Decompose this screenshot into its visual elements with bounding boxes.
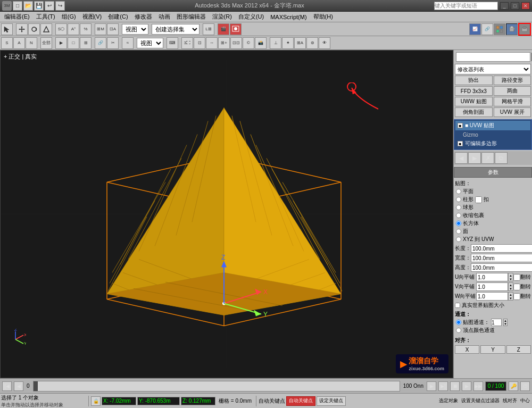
normal-align-btn[interactable]: ⊥	[270, 37, 281, 49]
uvw-unwrap-btn[interactable]: UVW 展开	[494, 107, 531, 117]
modifier-editable-poly[interactable]: ■ 可编辑多边形	[455, 139, 530, 148]
align-z-btn[interactable]: Z	[506, 345, 531, 354]
w-flip-checkbox[interactable]	[513, 293, 520, 300]
save-btn[interactable]: 💾	[34, 1, 44, 11]
select-tool-btn[interactable]	[1, 23, 13, 35]
align-view-btn[interactable]: ⊞A	[294, 37, 306, 49]
cap-checkbox[interactable]	[475, 196, 482, 203]
rotate-tool-btn[interactable]	[28, 23, 40, 35]
u-flip-checkbox[interactable]	[513, 274, 520, 281]
menu-view[interactable]: 视图(V)	[79, 12, 105, 22]
x-coord-field[interactable]	[102, 397, 136, 405]
object-name-input[interactable]: Pyramid001	[456, 52, 530, 62]
modifier-list-dropdown[interactable]: 修改器列表	[455, 64, 531, 74]
uvw-map-btn[interactable]: UWW 贴图	[455, 97, 493, 106]
maximize-button[interactable]: □	[511, 2, 519, 10]
search-input[interactable]	[434, 2, 498, 10]
menu-modifiers[interactable]: 修改器	[131, 12, 155, 22]
u-tile-input[interactable]	[476, 273, 508, 281]
snap-grid-btn[interactable]: S	[1, 37, 13, 49]
map-channel-spinner[interactable]: ▲▼	[503, 319, 508, 326]
window-crossing-btn[interactable]: ⊞	[80, 37, 92, 49]
prev-key-btn[interactable]: ◀	[14, 381, 23, 391]
y-coord-field[interactable]	[137, 397, 180, 405]
clone-btn[interactable]: ©	[243, 37, 254, 49]
menu-create[interactable]: 创建(C)	[105, 12, 131, 22]
angle-snap-btn[interactable]: A°	[68, 23, 79, 35]
poly-visibility-check[interactable]: ■	[458, 141, 463, 146]
key-filters-btn[interactable]: 🔑	[509, 381, 518, 391]
setkey-button[interactable]: 设定关键点	[317, 396, 346, 406]
snap-angle-btn[interactable]: A	[13, 37, 25, 49]
length-input[interactable]	[471, 244, 532, 253]
undo-title-btn[interactable]: ↩	[45, 1, 54, 11]
time-config-btn[interactable]: ⏱	[520, 381, 530, 391]
autokey-button[interactable]: 自动关键点	[286, 396, 315, 406]
menu-animation[interactable]: 动画	[155, 12, 173, 22]
bend-btn[interactable]: 两曲	[494, 86, 531, 96]
v-flip-checkbox[interactable]	[513, 284, 520, 290]
uvw-visibility-check[interactable]: ■	[458, 123, 463, 128]
snapshot-btn[interactable]: 📸	[255, 37, 267, 49]
radio-xyz-input[interactable]	[456, 237, 461, 242]
minimize-button[interactable]: _	[500, 2, 509, 10]
stack-delete-btn[interactable]: ✗	[481, 152, 494, 164]
render-setup-btn[interactable]: 🎬	[218, 23, 229, 35]
pin-modifier-btn[interactable]: 协出	[455, 76, 493, 85]
modifier-gizmo[interactable]: Gizmo	[455, 130, 530, 139]
radio-shrinkwrap-input[interactable]	[456, 213, 461, 218]
play-all-btn[interactable]: ▶▶	[473, 381, 483, 391]
named-select-btn[interactable]: N	[26, 37, 37, 49]
menu-customize[interactable]: 自定义(U)	[235, 12, 267, 22]
close-button[interactable]: ✕	[521, 2, 530, 10]
keyboard-shortcut-btn[interactable]: ⌨	[167, 37, 178, 49]
new-btn[interactable]: □	[13, 1, 22, 11]
radio-face-input[interactable]	[456, 229, 461, 234]
render-btn[interactable]	[230, 23, 242, 35]
selection-set-combo[interactable]: 创建选择集	[152, 24, 200, 35]
radio-cylindrical-input[interactable]	[456, 197, 461, 202]
stack-prev-btn[interactable]: ◀	[455, 152, 468, 164]
mirror2-btn[interactable]: ↔	[206, 37, 218, 49]
align-x-btn[interactable]: X	[455, 345, 479, 354]
width-input[interactable]	[471, 254, 532, 262]
curve-editor-btn[interactable]: 📈	[469, 23, 481, 35]
w-tile-spinner[interactable]: ▲▼	[508, 292, 513, 301]
align-y-btn[interactable]: Y	[480, 345, 505, 354]
path-deform-btn[interactable]: 路径变形	[494, 76, 531, 85]
radio-spherical-input[interactable]	[456, 205, 461, 210]
real-world-checkbox[interactable]	[455, 303, 460, 308]
v-tile-spinner[interactable]: ▲▼	[508, 282, 513, 291]
menu-graph-editor[interactable]: 图形编辑器	[173, 12, 209, 22]
play-btn[interactable]: ▶	[462, 381, 471, 391]
stack-copy-btn[interactable]: ⧉	[495, 152, 508, 164]
radio-box-input[interactable]	[456, 221, 461, 226]
mirror-btn[interactable]: ⊞M	[95, 23, 106, 35]
move-tool-btn[interactable]	[16, 23, 28, 35]
menu-render[interactable]: 渲染(R)	[209, 12, 235, 22]
stop-btn[interactable]: ⏹	[450, 381, 460, 391]
view-mode-combo[interactable]: 视图	[137, 38, 163, 48]
menu-tools[interactable]: 工具(T)	[33, 12, 59, 22]
select-region-btn[interactable]: □	[68, 37, 79, 49]
next-key-btn[interactable]: ▶	[427, 381, 436, 391]
menu-edit[interactable]: 编辑器(E)	[1, 12, 33, 22]
create-selection-btn[interactable]: ⊡	[194, 37, 205, 49]
spacing-btn[interactable]: ⊡⊡	[230, 37, 242, 49]
xform-btn[interactable]: 3⛶	[181, 37, 193, 49]
active-btn[interactable]	[506, 23, 518, 35]
snap-btn[interactable]: S⬡	[55, 23, 67, 35]
percent-snap-btn[interactable]: %	[80, 23, 92, 35]
prev-frame-btn[interactable]: |◀	[2, 381, 12, 391]
3d-viewport[interactable]: + 正交 | 真实	[0, 50, 453, 378]
modifier-uvw-map[interactable]: ■ ■ UVW 贴图	[455, 121, 530, 130]
map-channel-input[interactable]	[491, 319, 502, 326]
timeline-bar[interactable]	[33, 381, 400, 392]
layer-btn[interactable]: L⊞	[203, 23, 214, 35]
place-highlight-btn[interactable]: ✦	[282, 37, 294, 49]
bevel-profile-btn[interactable]: 倒角剖面	[455, 107, 493, 117]
radio-planar-input[interactable]	[456, 189, 461, 194]
isolate-select-btn[interactable]: ⊚	[306, 37, 318, 49]
material-editor-btn[interactable]	[494, 23, 505, 35]
stack-next-btn[interactable]: ▶	[468, 152, 481, 164]
